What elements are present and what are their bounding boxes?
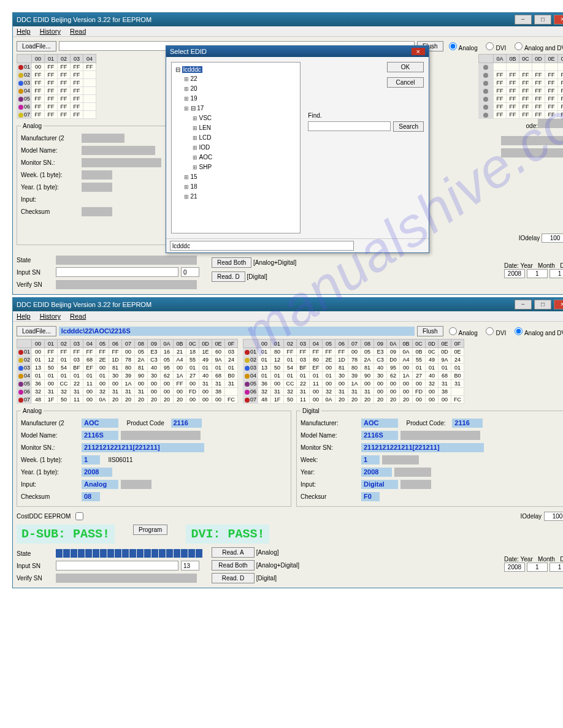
loadfile-button-top[interactable]: LoadFile... [17, 41, 56, 51]
hex-cell: CC [58, 380, 71, 388]
hex-cell: FF [45, 71, 58, 79]
tree-node[interactable]: LCD [193, 133, 296, 143]
hex-cell: FF [558, 79, 564, 87]
read-both-bot[interactable]: Read Both [212, 560, 255, 571]
program-button[interactable]: Program [133, 525, 167, 535]
title-top: DDC EDID Beijing Version 3.22 for EEPROM [17, 16, 151, 23]
radio-dvi-bot[interactable] [486, 327, 494, 335]
hex-row-head: 02 [17, 356, 32, 364]
radio-both-bot[interactable] [515, 327, 523, 335]
hex-cell: FF [507, 71, 519, 79]
menu-help-bot[interactable]: Help [17, 313, 31, 320]
tree-node[interactable]: VSC [193, 113, 296, 123]
loadfile-value-bot: lcdddc\22\AOC\2216S [59, 327, 415, 336]
hex-cell: FF [174, 380, 186, 388]
select-edid-modal: Select EDID × ⊟ lcdddc 222019 ⊟ 17 VSCLE… [166, 45, 429, 253]
maximize-button[interactable]: □ [534, 15, 551, 25]
close-button[interactable]: × [554, 15, 563, 25]
hex-cell: 0A [96, 396, 109, 404]
hex-cell: 81 [135, 364, 148, 372]
read-a-bot[interactable]: Read. A [212, 547, 255, 558]
hex-cell: 00 [32, 63, 45, 71]
hex-cell: 20 [348, 396, 361, 404]
menu-history-bot[interactable]: History [40, 313, 61, 320]
radio-dvi-top[interactable] [486, 42, 494, 50]
hex-cell: 00 [426, 388, 439, 396]
hex-cell: 62 [161, 372, 174, 380]
menu-read[interactable]: Read [70, 28, 86, 35]
hex-cell: 78 [348, 356, 361, 364]
modal-close-icon[interactable]: × [412, 48, 425, 55]
day-top[interactable] [550, 269, 563, 278]
tree-node[interactable]: IOD [193, 143, 296, 153]
input-sn-top[interactable] [56, 267, 178, 277]
hex-cell: FF [32, 95, 45, 103]
hex-cell: 1A [122, 380, 135, 388]
read-both-top[interactable]: Read Both [212, 257, 251, 268]
year-top[interactable] [504, 269, 525, 278]
read-d-bot[interactable]: Read. D [212, 573, 255, 583]
modal-ok[interactable]: OK [387, 62, 424, 72]
iodelay-input-top[interactable] [542, 233, 563, 243]
menu-history[interactable]: History [40, 28, 61, 35]
tree-root[interactable]: lcdddc [182, 66, 202, 73]
hex-cell: FF [532, 95, 545, 103]
hex-table-left-bot: 000102030405060708090A0B0C0D0E0F 0100FFF… [17, 339, 238, 404]
year-bot[interactable] [504, 563, 525, 572]
menu-help[interactable]: Help [17, 28, 31, 35]
minimize-button[interactable]: − [515, 15, 532, 25]
hex-cell: 32 [426, 380, 439, 388]
maximize-bot[interactable]: □ [534, 300, 551, 309]
tree-node[interactable]: 21 [184, 192, 296, 202]
hex-cell: 31 [45, 388, 58, 396]
hex-cell: E3 [374, 348, 387, 356]
hex-cell: FF [45, 348, 58, 356]
hex-cell: 03 [225, 348, 238, 356]
radio-analog-bot[interactable] [449, 327, 457, 335]
input-sn-bot[interactable] [56, 561, 178, 571]
month-bot[interactable] [527, 563, 548, 572]
search-button[interactable]: Search [393, 121, 424, 132]
input-sn-count-top[interactable] [181, 267, 199, 277]
radio-both-top[interactable] [515, 42, 523, 50]
hex-cell: 1F [271, 396, 284, 404]
modal-cancel[interactable]: Cancel [387, 77, 424, 88]
tree-node[interactable]: LEN [193, 123, 296, 133]
flush-button-bot[interactable]: Flush [417, 326, 443, 336]
hex-cell: 01 [32, 372, 45, 380]
hex-cell: 0A [400, 348, 413, 356]
month-top[interactable] [527, 269, 548, 278]
menu-read-bot[interactable]: Read [70, 313, 86, 320]
tree-node[interactable]: 22 [184, 74, 296, 84]
tree-node[interactable]: 15 [184, 172, 296, 182]
costddc-checkbox[interactable] [75, 512, 83, 520]
hex-cell: 1A [348, 380, 361, 388]
hex-cell: 32 [258, 388, 271, 396]
read-d-top[interactable]: Read. D [212, 271, 245, 282]
tree-node[interactable]: 20 [184, 84, 296, 94]
minimize-bot[interactable]: − [515, 300, 532, 309]
hex-cell: FF [507, 111, 519, 119]
close-bot[interactable]: × [554, 300, 563, 309]
tree-node[interactable]: AOC [193, 153, 296, 162]
find-input[interactable] [308, 121, 391, 131]
day-bot[interactable] [550, 563, 563, 572]
hex-cell: FF [507, 95, 519, 103]
edid-tree[interactable]: ⊟ lcdddc 222019 ⊟ 17 VSCLENLCDIODAOCSHP … [171, 62, 301, 233]
hex-cell: 48 [32, 396, 45, 404]
loadfile-button-bot[interactable]: LoadFile... [17, 326, 56, 336]
radio-analog-top[interactable] [449, 42, 457, 50]
hex-cell: 00 [109, 380, 122, 388]
input-sn-count-bot[interactable] [181, 561, 199, 571]
tree-node[interactable]: 19 [184, 94, 296, 104]
hex-cell: 49 [199, 356, 212, 364]
hex-cell: 00 [400, 380, 413, 388]
tree-node[interactable]: SHP [193, 162, 296, 172]
hex-cell: 00 [361, 380, 374, 388]
hex-cell: 11 [297, 396, 310, 404]
iodelay-bot[interactable] [544, 512, 563, 521]
tree-node[interactable]: 18 [184, 182, 296, 192]
hex-cell: FF [71, 63, 83, 71]
hex-cell: 78 [122, 356, 135, 364]
hex-cell: A4 [174, 356, 186, 364]
